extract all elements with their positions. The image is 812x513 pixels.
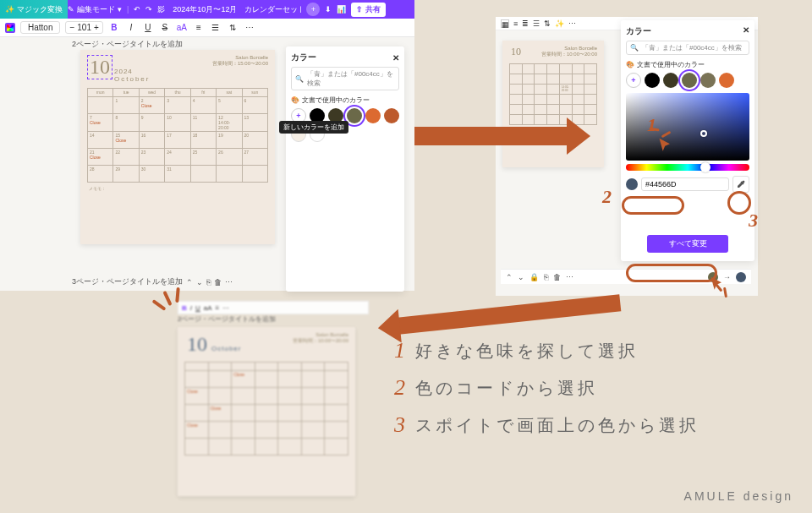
underline-button[interactable]: U — [142, 23, 154, 32]
plus-icon[interactable]: + — [306, 3, 320, 16]
cursor-icon — [657, 137, 674, 156]
align-center-icon[interactable]: ≣ — [522, 19, 529, 28]
align-icon[interactable]: ▦ — [501, 19, 509, 28]
swatch-black[interactable] — [645, 73, 660, 88]
trash-icon[interactable]: 🗑 — [553, 273, 561, 281]
doc-colors-label: 🎨 文書で使用中のカラー — [291, 96, 399, 105]
more-icon[interactable]: ⋯ — [244, 23, 255, 32]
collapse-icon[interactable]: ⌃ — [506, 273, 513, 281]
brand-label: AMULE design — [684, 489, 793, 503]
hex-swatch — [626, 178, 638, 190]
doc-title[interactable]: 影 2024年10月〜12月 カレンダーセット シンプ… — [157, 4, 301, 15]
duplicate-icon[interactable]: ⎘ — [544, 273, 548, 281]
hex-input[interactable] — [641, 177, 729, 191]
italic-button[interactable]: I — [125, 23, 137, 32]
bold-button[interactable]: B — [108, 23, 120, 32]
canva-topbar: ✨ マジック変換 ✎ 編集モード ▾ | ↶ ↷ 影 2024年10月〜12月 … — [0, 0, 414, 19]
expand-icon[interactable]: ⌄ — [196, 278, 203, 287]
panel-title: カラー — [291, 52, 316, 63]
gradient-handle[interactable] — [700, 130, 707, 137]
shop-info: Salon Borcelle営業時間：15:00〜20:00 — [212, 55, 268, 68]
expand-icon[interactable]: ⌄ — [518, 273, 524, 281]
eyedropper-button[interactable] — [732, 176, 749, 193]
close-icon[interactable]: ✕ — [392, 53, 399, 63]
swatch-orange[interactable] — [719, 73, 734, 88]
duplicate-icon[interactable]: ⎘ — [206, 278, 211, 287]
change-all-button[interactable]: すべて変更 — [647, 235, 728, 253]
hex-highlight-circle — [622, 196, 684, 215]
hue-handle[interactable] — [700, 162, 710, 172]
trash-icon[interactable]: 🗑 — [214, 278, 222, 287]
swatch-orange[interactable] — [365, 108, 381, 123]
swatch-olive-light[interactable] — [700, 73, 716, 88]
arrow-left — [398, 294, 622, 334]
download-icon[interactable]: ⬇ — [325, 5, 332, 14]
collapse-icon[interactable]: ⌃ — [186, 278, 193, 287]
more-icon[interactable]: ⋯ — [568, 19, 576, 28]
annotation-1: 1 — [647, 114, 656, 136]
font-select[interactable]: Hatton — [20, 21, 60, 34]
spacing-icon[interactable]: ⇅ — [227, 23, 239, 32]
page-3-bar: 3ページ・ページタイトルを追加 ⌃ ⌄ ⎘ 🗑 ⋯ — [72, 276, 233, 287]
magic-convert[interactable]: ✨ マジック変換 — [5, 4, 63, 15]
swatch-olive[interactable] — [347, 108, 362, 123]
color-panel: カラー✕ 🔍 「青」または「#00c4cc」を検索 🎨 文書で使用中のカラー +… — [286, 46, 404, 292]
add-color-tooltip: 新しいカラーを追加 — [279, 121, 348, 134]
chart-icon[interactable]: 📊 — [337, 5, 346, 14]
font-color-icon[interactable] — [5, 23, 15, 33]
annotation-3: 3 — [749, 210, 758, 232]
align-icon[interactable]: ≡ — [193, 23, 205, 32]
list-icon[interactable]: ☰ — [533, 19, 540, 28]
swatch-olive-dark[interactable] — [663, 73, 678, 88]
color-search[interactable]: 🔍 「青」または「#00c4cc」を検索 — [291, 67, 399, 90]
captions: 1好きな色味を探して選択 2色のコードから選択 3スポイトで画面上の色から選択 — [394, 338, 700, 450]
eyedropper-highlight-circle — [727, 191, 751, 215]
calendar-card[interactable]: 10 2024October Salon Borcelle営業時間：15:00〜… — [80, 50, 275, 244]
edit-mode[interactable]: ✎ 編集モード ▾ — [68, 4, 122, 15]
effects-icon[interactable]: ✨ — [555, 19, 564, 28]
font-size[interactable]: − 101 + — [65, 21, 102, 34]
strike-button[interactable]: S — [159, 23, 171, 32]
arrow-right — [414, 127, 570, 145]
add-color-swatch[interactable]: + — [626, 73, 641, 88]
more-icon[interactable]: ⋯ — [566, 273, 573, 281]
share-button[interactable]: ⇧ 共有 — [351, 3, 386, 17]
case-button[interactable]: aA — [176, 23, 188, 32]
text-toolbar: Hatton − 101 + B I U S aA ≡ ☰ ⇅ ⋯ — [0, 19, 414, 37]
spacing-icon[interactable]: ⇅ — [544, 19, 551, 28]
result-preview: BIUaA≡⋯ 2ページ・ページタイトルを追加 10 October Salon… — [178, 301, 369, 500]
annotation-2: 2 — [602, 186, 612, 208]
hue-slider[interactable] — [626, 164, 749, 171]
color-search[interactable]: 🔍 「青」または「#00c4cc」を検索 — [626, 41, 749, 55]
changeall-highlight-circle — [626, 264, 717, 282]
page-2-label: 2ページ・ページタイトルを追加 — [72, 39, 183, 50]
redo-icon[interactable]: ↷ — [145, 5, 152, 14]
lock-icon[interactable]: 🔒 — [529, 273, 539, 281]
month-number[interactable]: 10 — [87, 55, 112, 79]
calendar-grid: montuewedthufrisatsun 12Close3456 7Close… — [87, 88, 268, 183]
screenshot-right: ▦ ≡ ≣ ☰ ⇅ ✨ ⋯ 10 Salon Borcelle営業時間：10:0… — [496, 17, 758, 296]
eyedropper-icon — [736, 179, 746, 189]
list-icon[interactable]: ☰ — [210, 23, 222, 32]
to-swatch — [736, 272, 746, 282]
more-icon[interactable]: ⋯ — [225, 278, 233, 287]
swatch-orange2[interactable] — [384, 108, 399, 123]
color-panel-expanded: カラー✕ 🔍 「青」または「#00c4cc」を検索 🎨 文書で使用中のカラー +… — [621, 20, 754, 261]
memo-label: メモモ： — [89, 186, 266, 191]
close-icon[interactable]: ✕ — [743, 25, 749, 37]
color-gradient[interactable] — [626, 93, 749, 161]
align-left-icon[interactable]: ≡ — [513, 19, 518, 28]
undo-icon[interactable]: ↶ — [134, 5, 140, 14]
swatch-olive[interactable] — [682, 73, 697, 88]
